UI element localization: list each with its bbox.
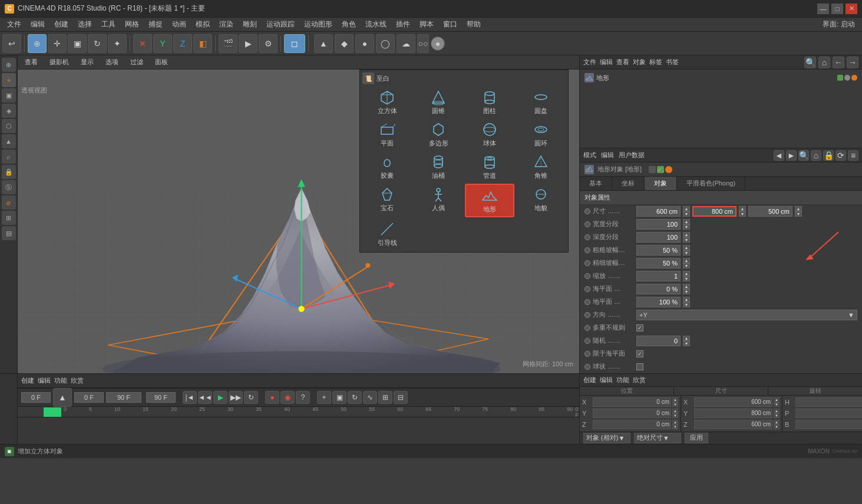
- menu-pipeline[interactable]: 流水线: [361, 18, 391, 31]
- ground-input[interactable]: [636, 297, 681, 307]
- scale-down[interactable]: ▼: [683, 276, 690, 281]
- scene-edit[interactable]: 编辑: [600, 58, 613, 67]
- dp-terrain[interactable]: 地形: [465, 184, 515, 217]
- rotate-tool[interactable]: ↻: [88, 34, 107, 53]
- scale-radio[interactable]: [584, 273, 590, 279]
- random-down[interactable]: ▼: [683, 341, 690, 346]
- size-dropdown[interactable]: 绝对尺寸 ▼: [634, 433, 681, 443]
- wseg-input[interactable]: [636, 219, 681, 230]
- rot-h-input[interactable]: [795, 397, 862, 407]
- keyframe-all[interactable]: ⊞: [378, 391, 392, 404]
- size-radio[interactable]: [584, 208, 590, 214]
- fine-up[interactable]: ▲: [683, 258, 690, 263]
- dp-polygon[interactable]: 多边形: [414, 119, 464, 150]
- coords-create[interactable]: 创建: [583, 376, 596, 384]
- menu-create[interactable]: 创建: [49, 18, 73, 31]
- pos-z-input[interactable]: [593, 420, 671, 429]
- rot-b-input[interactable]: [795, 420, 862, 429]
- scene-file[interactable]: 文件: [583, 58, 596, 67]
- size-z-coord-input[interactable]: [694, 420, 772, 429]
- rough-up[interactable]: ▲: [683, 245, 690, 250]
- props-userdata[interactable]: 用户数据: [619, 151, 645, 160]
- menu-edit[interactable]: 编辑: [26, 18, 49, 31]
- vp-camera[interactable]: 摄影机: [46, 57, 72, 67]
- size-z-down2[interactable]: ▼: [774, 425, 780, 429]
- size-y-input[interactable]: [692, 206, 737, 217]
- scene-next[interactable]: →: [847, 57, 858, 68]
- ground-up[interactable]: ▲: [683, 297, 690, 302]
- props-forward[interactable]: ►: [786, 150, 797, 161]
- frame-end-input[interactable]: [106, 392, 141, 403]
- close-button[interactable]: ✕: [846, 4, 857, 14]
- sidebar-icon6[interactable]: ▲: [2, 134, 16, 148]
- pos-z-down[interactable]: ▼: [672, 425, 678, 429]
- props-back[interactable]: ◄: [774, 150, 784, 161]
- scene-home[interactable]: ⌂: [818, 57, 830, 68]
- sidebar-icon2[interactable]: ⌖: [2, 73, 16, 87]
- size-y-down[interactable]: ▼: [739, 211, 746, 217]
- sidebar-icon3[interactable]: ▣: [2, 88, 16, 102]
- size-y-up2[interactable]: ▲: [774, 409, 780, 413]
- wseg-radio[interactable]: [584, 221, 590, 227]
- random-up[interactable]: ▲: [683, 336, 690, 341]
- fine-down[interactable]: ▼: [683, 263, 690, 268]
- mode-dropdown[interactable]: 对象 (相对) ▼: [583, 433, 630, 443]
- dp-plane[interactable]: 平面: [362, 119, 412, 150]
- scale-input[interactable]: [636, 271, 681, 281]
- rot-p-input[interactable]: [795, 409, 862, 418]
- dp-torus[interactable]: 圆环: [516, 119, 566, 150]
- wseg-up[interactable]: ▲: [683, 219, 690, 224]
- multi-checkbox[interactable]: ✓: [636, 324, 643, 331]
- keyframe-add[interactable]: +: [317, 391, 331, 404]
- dseg-up[interactable]: ▲: [683, 232, 690, 237]
- sphere-radio[interactable]: [584, 364, 590, 370]
- menu-sculpt[interactable]: 雕刻: [238, 18, 262, 31]
- pos-x-up[interactable]: ▲: [672, 397, 678, 402]
- x-axis-btn[interactable]: ✕: [133, 34, 152, 53]
- timeline-position-bar[interactable]: [44, 407, 61, 417]
- coords-enjoy[interactable]: 欣赏: [633, 376, 646, 384]
- vp-options[interactable]: 选项: [102, 57, 122, 67]
- sidebar-icon10[interactable]: ⌀: [2, 195, 16, 210]
- random-input[interactable]: [636, 336, 681, 346]
- sidebar-icon8[interactable]: 🔒: [2, 165, 16, 179]
- play-btn[interactable]: ▶: [213, 391, 227, 404]
- move-tool[interactable]: ✛: [48, 34, 67, 53]
- menu-simulate[interactable]: 模拟: [191, 18, 214, 31]
- dp-pyramid[interactable]: 角锥: [516, 151, 566, 183]
- size-y-down2[interactable]: ▼: [774, 413, 780, 418]
- sidebar-icon7[interactable]: ⌕: [2, 150, 16, 164]
- scene-view[interactable]: 查看: [616, 58, 629, 67]
- coords-edit[interactable]: 编辑: [600, 376, 613, 384]
- props-edit[interactable]: 编辑: [601, 151, 614, 160]
- tl-edit[interactable]: 编辑: [38, 376, 51, 385]
- sea-up[interactable]: ▲: [683, 284, 690, 289]
- vis-btn4[interactable]: ◯: [376, 34, 395, 53]
- maximize-button[interactable]: □: [831, 4, 843, 14]
- vis-btn1[interactable]: ▲: [314, 34, 333, 53]
- rough-input[interactable]: [636, 245, 681, 256]
- tab-coords[interactable]: 坐标: [612, 177, 645, 190]
- dp-figure[interactable]: 人偶: [414, 184, 464, 217]
- size-y-up[interactable]: ▲: [739, 206, 746, 211]
- sidebar-icon4[interactable]: ◈: [2, 104, 16, 118]
- sidebar-icon5[interactable]: ⬡: [2, 119, 16, 133]
- render-btn-round[interactable]: ●: [431, 37, 445, 51]
- random-radio[interactable]: [584, 338, 590, 344]
- tl-func[interactable]: 功能: [54, 376, 67, 385]
- menu-character[interactable]: 角色: [337, 18, 361, 31]
- render-settings[interactable]: ⚙: [259, 34, 278, 53]
- sidebar-icon11[interactable]: ⊞: [2, 211, 16, 225]
- y-axis-btn[interactable]: Y: [153, 34, 172, 53]
- size-z-input[interactable]: [748, 206, 792, 217]
- render-region[interactable]: 🎬: [219, 34, 237, 53]
- rough-down[interactable]: ▼: [683, 250, 690, 256]
- tl-enjoy[interactable]: 欣赏: [71, 376, 84, 385]
- props-search[interactable]: 🔍: [798, 150, 809, 161]
- tab-object[interactable]: 对象: [645, 177, 677, 190]
- menu-motion-graph[interactable]: 运动图形: [299, 18, 337, 31]
- dp-sphere[interactable]: 球体: [465, 119, 515, 150]
- dp-landscape[interactable]: 地貌: [516, 184, 566, 217]
- size-z-up[interactable]: ▲: [795, 206, 802, 211]
- frame-end2-input[interactable]: [146, 392, 176, 403]
